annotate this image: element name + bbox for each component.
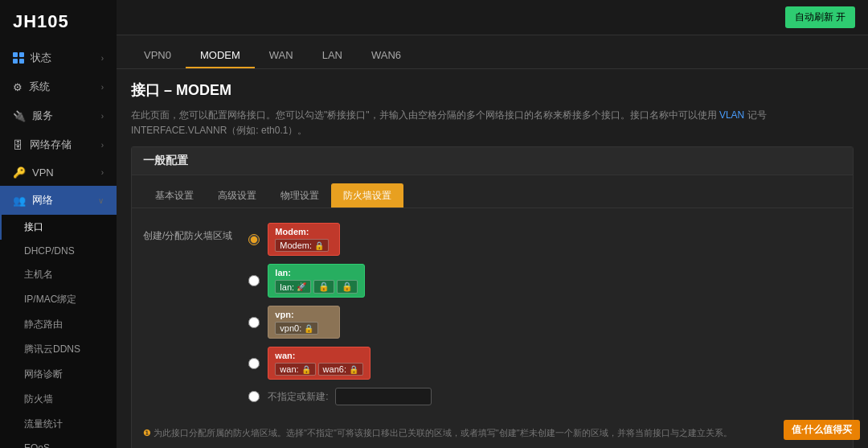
firewall-note: ❶ 为此接口分配所属的防火墙区域。选择"不指定"可将该接口移出已关联的区域，或者… xyxy=(132,420,853,448)
chevron-down-icon: ∨ xyxy=(98,196,104,205)
page-description: 在此页面，您可以配置网络接口。您可以勾选"桥接接口"，并输入由空格分隔的多个网络… xyxy=(117,108,868,146)
page-title-bar: 接口 – MODEM xyxy=(117,69,868,108)
chevron-icon: › xyxy=(101,54,104,63)
sidebar-item-network[interactable]: 👥 网络 ∨ xyxy=(0,186,117,215)
section-title: 一般配置 xyxy=(132,147,853,175)
sidebar-sub-eqos[interactable]: EQoS xyxy=(0,437,117,448)
sidebar-sub-static[interactable]: 静态路由 xyxy=(0,312,117,337)
sidebar-item-system[interactable]: ⚙ 系统 › xyxy=(0,72,117,101)
tab-firewall[interactable]: 防火墙设置 xyxy=(331,183,403,208)
zone-tags-vpn: vpn0: 🔒 xyxy=(275,322,333,335)
tab-modem[interactable]: MODEM xyxy=(186,43,255,68)
chevron-icon: › xyxy=(101,168,104,177)
grid-icon xyxy=(13,52,24,64)
sidebar: JH105 状态 › ⚙ 系统 › 🔌 服务 › 🗄 网络存储 xyxy=(0,0,117,448)
watermark: 值·什么值得买 xyxy=(784,420,860,440)
sidebar-storage-label: 网络存储 xyxy=(30,138,72,152)
zone-row-modem: Modem: Modem: 🔒 xyxy=(248,223,431,256)
zone-tags-wan: wan: 🔒 wan6: 🔒 xyxy=(275,363,363,376)
note-text: 为此接口分配所属的防火墙区域。选择"不指定"可将该接口移出已关联的区域，或者填写… xyxy=(154,428,732,438)
zone-row-vpn: vpn: vpn0: 🔒 xyxy=(248,306,431,339)
zone-box-vpn[interactable]: vpn: vpn0: 🔒 xyxy=(268,306,340,339)
storage-icon: 🗄 xyxy=(13,139,23,151)
sidebar-sub-interface[interactable]: 接口 xyxy=(0,215,117,240)
unspecified-input[interactable] xyxy=(335,388,432,405)
zone-unspecified: 不指定或新建: xyxy=(268,388,431,405)
sidebar-item-storage[interactable]: 🗄 网络存储 › xyxy=(0,130,117,159)
zone-tag-wan: wan: 🔒 xyxy=(275,363,315,376)
general-config-section: 一般配置 基本设置 高级设置 物理设置 防火墙设置 创建/分配防火墙区域 Mod… xyxy=(131,146,854,448)
zone-box-modem[interactable]: Modem: Modem: 🔒 xyxy=(268,223,340,256)
main-content: 自动刷新 开 VPN0 MODEM WAN LAN WAN6 接口 – MODE… xyxy=(117,0,868,448)
app-logo: JH105 xyxy=(0,0,117,43)
firewall-zones: Modem: Modem: 🔒 lan: lan: 🚀 🔒 xyxy=(248,223,431,405)
plug-icon: 🔌 xyxy=(13,110,26,122)
zone-tag-modem: Modem: 🔒 xyxy=(275,239,329,252)
sidebar-sub-ipmac[interactable]: IP/MAC绑定 xyxy=(0,287,117,312)
sidebar-service-label: 服务 xyxy=(32,109,53,123)
tab-advanced[interactable]: 高级设置 xyxy=(206,183,268,208)
chevron-icon: › xyxy=(101,112,104,121)
zone-label-vpn: vpn: xyxy=(275,310,333,319)
sidebar-sub-netdiag[interactable]: 网络诊断 xyxy=(0,362,117,387)
tab-wan6[interactable]: WAN6 xyxy=(357,43,416,68)
tab-lan[interactable]: LAN xyxy=(308,43,357,68)
vpn-icon: 🔑 xyxy=(13,166,26,179)
desc-text: 在此页面，您可以配置网络接口。您可以勾选"桥接接口"，并输入由空格分隔的多个网络… xyxy=(131,109,717,121)
zone-radio-wan[interactable] xyxy=(248,358,260,369)
chevron-icon: › xyxy=(101,83,104,92)
zone-tag-lan2: 🔒 xyxy=(313,280,334,294)
zone-label-wan: wan: xyxy=(275,351,363,360)
zone-label-lan: lan: xyxy=(275,268,358,277)
page-title: 接口 – MODEM xyxy=(131,80,854,100)
gear-icon: ⚙ xyxy=(13,81,23,93)
tab-physical[interactable]: 物理设置 xyxy=(268,183,331,208)
zone-radio-lan[interactable] xyxy=(248,275,260,286)
unspecified-label: 不指定或新建: xyxy=(268,390,328,404)
zone-tags-lan: lan: 🚀 🔒 🔒 xyxy=(275,280,358,294)
sidebar-item-service[interactable]: 🔌 服务 › xyxy=(0,101,117,130)
zone-box-lan[interactable]: lan: lan: 🚀 🔒 🔒 xyxy=(268,264,365,298)
zone-row-unspecified: 不指定或新建: xyxy=(248,388,431,405)
sidebar-sub-hostname[interactable]: 主机名 xyxy=(0,262,117,287)
sidebar-sub-dhcp[interactable]: DHCP/DNS xyxy=(0,240,117,262)
sidebar-system-label: 系统 xyxy=(29,80,50,94)
topbar: 自动刷新 开 xyxy=(117,0,868,35)
firewall-zone-label: 创建/分配防火墙区域 xyxy=(143,223,232,243)
sidebar-status-label: 状态 xyxy=(31,51,51,65)
zone-tag-wan6: wan6: 🔒 xyxy=(318,363,363,376)
zone-row-wan: wan: wan: 🔒 wan6: 🔒 xyxy=(248,347,431,380)
zone-radio-modem[interactable] xyxy=(248,234,260,245)
sidebar-network-label: 网络 xyxy=(32,193,53,208)
tab-vpn0[interactable]: VPN0 xyxy=(129,43,186,68)
tab-basic[interactable]: 基本设置 xyxy=(143,183,206,208)
zone-tag-lan: lan: 🚀 xyxy=(275,280,311,294)
interface-tabs: VPN0 MODEM WAN LAN WAN6 xyxy=(117,35,868,69)
zone-tag-vpn0: vpn0: 🔒 xyxy=(275,322,318,335)
note-icon: ❶ xyxy=(143,428,151,438)
network-submenu: 接口 DHCP/DNS 主机名 IP/MAC绑定 静态路由 腾讯云DDNS 网络… xyxy=(0,215,117,448)
zone-row-lan: lan: lan: 🚀 🔒 🔒 xyxy=(248,264,431,298)
zone-radio-unspecified[interactable] xyxy=(248,391,260,402)
sidebar-sub-firewall[interactable]: 防火墙 xyxy=(0,387,117,412)
vlan-link[interactable]: VLAN xyxy=(719,109,744,121)
firewall-section: 创建/分配防火墙区域 Modem: Modem: 🔒 xyxy=(132,208,853,420)
sidebar-sub-traffic[interactable]: 流量统计 xyxy=(0,412,117,437)
tag-icon: 🔒 xyxy=(314,241,324,250)
zone-tag-lan3: 🔒 xyxy=(337,280,358,294)
sidebar-vpn-label: VPN xyxy=(32,166,54,179)
zone-label-modem: Modem: xyxy=(275,227,333,236)
auto-refresh-button[interactable]: 自动刷新 开 xyxy=(785,6,855,28)
network-icon: 👥 xyxy=(13,195,26,207)
config-tabs: 基本设置 高级设置 物理设置 防火墙设置 xyxy=(132,175,853,208)
tab-wan[interactable]: WAN xyxy=(255,43,308,68)
zone-box-wan[interactable]: wan: wan: 🔒 wan6: 🔒 xyxy=(268,347,371,380)
sidebar-item-vpn[interactable]: 🔑 VPN › xyxy=(0,159,117,186)
sidebar-item-status[interactable]: 状态 › xyxy=(0,43,117,72)
zone-radio-vpn[interactable] xyxy=(248,317,260,328)
chevron-icon: › xyxy=(101,141,104,150)
sidebar-sub-tencent[interactable]: 腾讯云DDNS xyxy=(0,337,117,362)
zone-tags-modem: Modem: 🔒 xyxy=(275,239,333,252)
